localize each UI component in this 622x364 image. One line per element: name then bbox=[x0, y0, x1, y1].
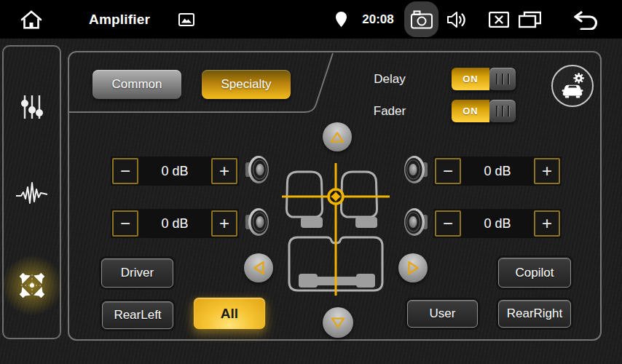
amplifier-screen: Amplifier 20:08 bbox=[0, 0, 622, 364]
sidebar-item-equalizer[interactable] bbox=[4, 93, 60, 121]
page-title: Amplifier bbox=[89, 0, 150, 39]
tab-common[interactable]: Common bbox=[92, 70, 181, 99]
status-bar: Amplifier 20:08 bbox=[0, 0, 622, 39]
front-right-plus-button[interactable]: + bbox=[534, 158, 560, 184]
fader-toggle-state: ON bbox=[452, 100, 489, 122]
preset-copilot-button[interactable]: Copilot bbox=[498, 258, 571, 288]
fader-toggle-knob bbox=[489, 100, 516, 122]
delay-toggle[interactable]: ON bbox=[452, 68, 516, 90]
delay-toggle-state: ON bbox=[452, 68, 489, 90]
eq-sliders-icon bbox=[20, 93, 44, 121]
gain-row-front-left: − 0 dB + bbox=[111, 157, 239, 186]
triangle-left-icon bbox=[253, 261, 265, 275]
sidebar-item-sound-effect[interactable] bbox=[4, 181, 60, 207]
delay-label: Delay bbox=[364, 72, 415, 87]
gain-row-rear-right: − 0 dB + bbox=[433, 209, 562, 238]
rear-right-gain-value: 0 dB bbox=[461, 216, 534, 232]
preset-rearleft-button[interactable]: RearLeft bbox=[102, 301, 173, 329]
camera-button[interactable] bbox=[404, 1, 438, 37]
rear-left-minus-button[interactable]: − bbox=[112, 210, 138, 237]
front-right-minus-button[interactable]: − bbox=[435, 158, 461, 184]
delay-toggle-knob bbox=[489, 68, 516, 90]
tab-specialty[interactable]: Specialty bbox=[202, 70, 291, 99]
location-icon bbox=[336, 12, 347, 27]
front-right-gain-value: 0 dB bbox=[461, 164, 534, 179]
rear-right-minus-button[interactable]: − bbox=[435, 210, 461, 237]
rear-left-plus-button[interactable]: + bbox=[211, 210, 237, 237]
speaker-icon-front-right bbox=[401, 154, 430, 186]
speaker-icon-rear-left bbox=[243, 206, 272, 238]
gain-row-front-right: − 0 dB + bbox=[433, 157, 562, 186]
volume-icon[interactable] bbox=[447, 11, 468, 28]
gallery-icon[interactable] bbox=[178, 13, 194, 26]
camera-icon bbox=[411, 10, 433, 29]
fader-toggle[interactable]: ON bbox=[452, 100, 516, 122]
sidebar bbox=[2, 45, 61, 339]
content-area: Common Specialty Delay ON Fader ON bbox=[0, 39, 622, 364]
car-settings-icon bbox=[553, 66, 592, 106]
recent-apps-icon[interactable] bbox=[519, 11, 541, 28]
move-down-button[interactable] bbox=[323, 307, 353, 338]
home-icon[interactable] bbox=[20, 9, 43, 30]
preset-rearright-button[interactable]: RearRight bbox=[498, 300, 571, 328]
rear-right-plus-button[interactable]: + bbox=[534, 210, 560, 237]
fader-label: Fader bbox=[364, 104, 415, 119]
close-app-icon[interactable] bbox=[489, 12, 509, 28]
speaker-icon-front-left bbox=[243, 154, 272, 186]
front-left-minus-button[interactable]: − bbox=[112, 158, 138, 184]
gain-row-rear-left: − 0 dB + bbox=[111, 209, 239, 238]
triangle-right-icon bbox=[407, 261, 420, 275]
rear-left-gain-value: 0 dB bbox=[138, 216, 211, 232]
preset-all-button[interactable]: All bbox=[193, 297, 266, 330]
move-up-button[interactable] bbox=[323, 122, 352, 151]
front-left-plus-button[interactable]: + bbox=[211, 158, 237, 184]
sidebar-item-fader-balance[interactable] bbox=[4, 265, 60, 306]
front-left-gain-value: 0 dB bbox=[138, 164, 211, 179]
amplifier-panel: Common Specialty Delay ON Fader ON bbox=[68, 51, 602, 341]
speaker-icon-rear-right bbox=[401, 206, 430, 238]
preset-driver-button[interactable]: Driver bbox=[101, 258, 173, 288]
triangle-down-icon bbox=[331, 317, 345, 329]
move-right-button[interactable] bbox=[398, 253, 428, 282]
speakers-cross-icon bbox=[15, 268, 50, 303]
balance-crosshair-target[interactable] bbox=[328, 189, 343, 204]
triangle-up-icon bbox=[330, 131, 345, 143]
seat-balance-map bbox=[277, 153, 393, 306]
move-left-button[interactable] bbox=[244, 253, 273, 282]
clock: 20:08 bbox=[358, 0, 398, 39]
preset-user-button[interactable]: User bbox=[407, 300, 478, 328]
waveform-icon bbox=[16, 181, 48, 207]
back-icon[interactable] bbox=[572, 11, 599, 30]
car-settings-button[interactable] bbox=[551, 65, 594, 107]
